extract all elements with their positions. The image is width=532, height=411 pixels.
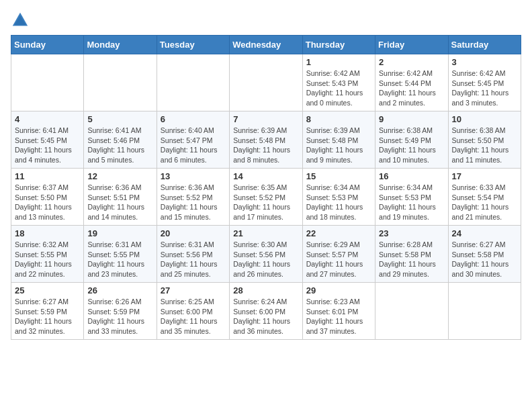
day-info: Sunrise: 6:42 AMSunset: 5:45 PMDaylight:… bbox=[452, 68, 517, 108]
calendar-week-4: 18Sunrise: 6:32 AMSunset: 5:55 PMDayligh… bbox=[11, 226, 521, 283]
calendar-cell: 17Sunrise: 6:33 AMSunset: 5:54 PMDayligh… bbox=[448, 169, 521, 226]
day-info: Sunrise: 6:38 AMSunset: 5:49 PMDaylight:… bbox=[379, 126, 444, 165]
day-number: 2 bbox=[379, 57, 444, 67]
calendar-cell: 29Sunrise: 6:23 AMSunset: 6:01 PMDayligh… bbox=[302, 283, 375, 340]
day-number: 28 bbox=[233, 285, 298, 295]
day-info: Sunrise: 6:34 AMSunset: 5:53 PMDaylight:… bbox=[306, 183, 371, 222]
day-info: Sunrise: 6:24 AMSunset: 6:00 PMDaylight:… bbox=[233, 297, 298, 336]
calendar-cell: 10Sunrise: 6:38 AMSunset: 5:50 PMDayligh… bbox=[448, 111, 521, 169]
day-info: Sunrise: 6:39 AMSunset: 5:48 PMDaylight:… bbox=[233, 126, 298, 165]
calendar-cell bbox=[375, 283, 448, 340]
calendar-cell bbox=[448, 283, 521, 340]
calendar-cell: 5Sunrise: 6:41 AMSunset: 5:46 PMDaylight… bbox=[84, 111, 157, 169]
calendar-cell: 18Sunrise: 6:32 AMSunset: 5:55 PMDayligh… bbox=[11, 226, 84, 283]
day-info: Sunrise: 6:42 AMSunset: 5:43 PMDaylight:… bbox=[306, 68, 371, 108]
day-info: Sunrise: 6:38 AMSunset: 5:50 PMDaylight:… bbox=[452, 126, 517, 165]
day-info: Sunrise: 6:42 AMSunset: 5:44 PMDaylight:… bbox=[379, 68, 444, 108]
logo-icon bbox=[11, 11, 30, 30]
day-number: 13 bbox=[161, 171, 226, 181]
day-info: Sunrise: 6:32 AMSunset: 5:55 PMDaylight:… bbox=[15, 240, 80, 279]
calendar-cell: 12Sunrise: 6:36 AMSunset: 5:51 PMDayligh… bbox=[84, 169, 157, 226]
day-number: 24 bbox=[452, 228, 517, 238]
day-number: 23 bbox=[379, 228, 444, 238]
day-number: 5 bbox=[87, 114, 152, 124]
calendar-cell: 1Sunrise: 6:42 AMSunset: 5:43 PMDaylight… bbox=[302, 54, 375, 111]
day-info: Sunrise: 6:36 AMSunset: 5:51 PMDaylight:… bbox=[87, 183, 152, 222]
day-number: 7 bbox=[233, 114, 298, 124]
day-number: 19 bbox=[87, 228, 152, 238]
column-header-thursday: Thursday bbox=[302, 36, 375, 54]
day-info: Sunrise: 6:40 AMSunset: 5:47 PMDaylight:… bbox=[161, 126, 226, 165]
day-info: Sunrise: 6:36 AMSunset: 5:52 PMDaylight:… bbox=[161, 183, 226, 222]
calendar-cell: 2Sunrise: 6:42 AMSunset: 5:44 PMDaylight… bbox=[375, 54, 448, 111]
day-number: 26 bbox=[87, 285, 152, 295]
calendar-cell: 13Sunrise: 6:36 AMSunset: 5:52 PMDayligh… bbox=[157, 169, 229, 226]
calendar-cell: 19Sunrise: 6:31 AMSunset: 5:55 PMDayligh… bbox=[84, 226, 157, 283]
column-header-saturday: Saturday bbox=[448, 36, 521, 54]
day-info: Sunrise: 6:26 AMSunset: 5:59 PMDaylight:… bbox=[87, 297, 152, 336]
day-info: Sunrise: 6:28 AMSunset: 5:58 PMDaylight:… bbox=[379, 240, 444, 279]
day-info: Sunrise: 6:35 AMSunset: 5:52 PMDaylight:… bbox=[233, 183, 298, 222]
column-header-wednesday: Wednesday bbox=[230, 36, 302, 54]
day-info: Sunrise: 6:39 AMSunset: 5:48 PMDaylight:… bbox=[306, 126, 371, 165]
calendar-cell: 28Sunrise: 6:24 AMSunset: 6:00 PMDayligh… bbox=[230, 283, 302, 340]
calendar-cell: 27Sunrise: 6:25 AMSunset: 6:00 PMDayligh… bbox=[157, 283, 229, 340]
calendar-cell: 14Sunrise: 6:35 AMSunset: 5:52 PMDayligh… bbox=[230, 169, 302, 226]
day-number: 9 bbox=[379, 114, 444, 124]
day-info: Sunrise: 6:23 AMSunset: 6:01 PMDaylight:… bbox=[306, 297, 371, 336]
column-header-monday: Monday bbox=[84, 36, 157, 54]
day-number: 16 bbox=[379, 171, 444, 181]
day-number: 12 bbox=[87, 171, 152, 181]
calendar-cell: 3Sunrise: 6:42 AMSunset: 5:45 PMDaylight… bbox=[448, 54, 521, 111]
day-number: 10 bbox=[452, 114, 517, 124]
calendar-cell bbox=[157, 54, 229, 111]
calendar-week-5: 25Sunrise: 6:27 AMSunset: 5:59 PMDayligh… bbox=[11, 283, 521, 340]
day-number: 18 bbox=[15, 228, 80, 238]
day-number: 6 bbox=[161, 114, 226, 124]
calendar-cell: 23Sunrise: 6:28 AMSunset: 5:58 PMDayligh… bbox=[375, 226, 448, 283]
calendar-cell: 16Sunrise: 6:34 AMSunset: 5:53 PMDayligh… bbox=[375, 169, 448, 226]
calendar-cell: 7Sunrise: 6:39 AMSunset: 5:48 PMDaylight… bbox=[230, 111, 302, 169]
day-number: 25 bbox=[15, 285, 80, 295]
day-info: Sunrise: 6:31 AMSunset: 5:55 PMDaylight:… bbox=[87, 240, 152, 279]
day-info: Sunrise: 6:27 AMSunset: 5:59 PMDaylight:… bbox=[15, 297, 80, 336]
calendar-cell: 25Sunrise: 6:27 AMSunset: 5:59 PMDayligh… bbox=[11, 283, 84, 340]
calendar-week-1: 1Sunrise: 6:42 AMSunset: 5:43 PMDaylight… bbox=[11, 54, 521, 111]
column-header-tuesday: Tuesday bbox=[157, 36, 229, 54]
column-header-sunday: Sunday bbox=[11, 36, 84, 54]
day-info: Sunrise: 6:41 AMSunset: 5:46 PMDaylight:… bbox=[87, 126, 152, 165]
day-number: 11 bbox=[15, 171, 80, 181]
day-number: 17 bbox=[452, 171, 517, 181]
calendar-cell: 8Sunrise: 6:39 AMSunset: 5:48 PMDaylight… bbox=[302, 111, 375, 169]
calendar-table: SundayMondayTuesdayWednesdayThursdayFrid… bbox=[11, 35, 521, 340]
day-info: Sunrise: 6:34 AMSunset: 5:53 PMDaylight:… bbox=[379, 183, 444, 222]
day-number: 4 bbox=[15, 114, 80, 124]
day-info: Sunrise: 6:41 AMSunset: 5:45 PMDaylight:… bbox=[15, 126, 80, 165]
calendar-cell: 6Sunrise: 6:40 AMSunset: 5:47 PMDaylight… bbox=[157, 111, 229, 169]
calendar-cell: 20Sunrise: 6:31 AMSunset: 5:56 PMDayligh… bbox=[157, 226, 229, 283]
calendar-week-3: 11Sunrise: 6:37 AMSunset: 5:50 PMDayligh… bbox=[11, 169, 521, 226]
calendar-cell bbox=[11, 54, 84, 111]
calendar-cell: 9Sunrise: 6:38 AMSunset: 5:49 PMDaylight… bbox=[375, 111, 448, 169]
calendar-cell bbox=[230, 54, 302, 111]
day-info: Sunrise: 6:30 AMSunset: 5:56 PMDaylight:… bbox=[233, 240, 298, 279]
day-number: 21 bbox=[233, 228, 298, 238]
day-info: Sunrise: 6:25 AMSunset: 6:00 PMDaylight:… bbox=[161, 297, 226, 336]
calendar-cell: 26Sunrise: 6:26 AMSunset: 5:59 PMDayligh… bbox=[84, 283, 157, 340]
calendar-cell: 21Sunrise: 6:30 AMSunset: 5:56 PMDayligh… bbox=[230, 226, 302, 283]
day-number: 29 bbox=[306, 285, 371, 295]
day-number: 22 bbox=[306, 228, 371, 238]
day-info: Sunrise: 6:31 AMSunset: 5:56 PMDaylight:… bbox=[161, 240, 226, 279]
calendar-cell: 24Sunrise: 6:27 AMSunset: 5:58 PMDayligh… bbox=[448, 226, 521, 283]
calendar-cell: 4Sunrise: 6:41 AMSunset: 5:45 PMDaylight… bbox=[11, 111, 84, 169]
day-number: 20 bbox=[161, 228, 226, 238]
calendar-cell: 15Sunrise: 6:34 AMSunset: 5:53 PMDayligh… bbox=[302, 169, 375, 226]
calendar-cell: 22Sunrise: 6:29 AMSunset: 5:57 PMDayligh… bbox=[302, 226, 375, 283]
column-header-friday: Friday bbox=[375, 36, 448, 54]
day-number: 27 bbox=[161, 285, 226, 295]
day-number: 14 bbox=[233, 171, 298, 181]
day-number: 15 bbox=[306, 171, 371, 181]
page-header bbox=[11, 11, 521, 30]
calendar-cell bbox=[84, 54, 157, 111]
day-info: Sunrise: 6:33 AMSunset: 5:54 PMDaylight:… bbox=[452, 183, 517, 222]
